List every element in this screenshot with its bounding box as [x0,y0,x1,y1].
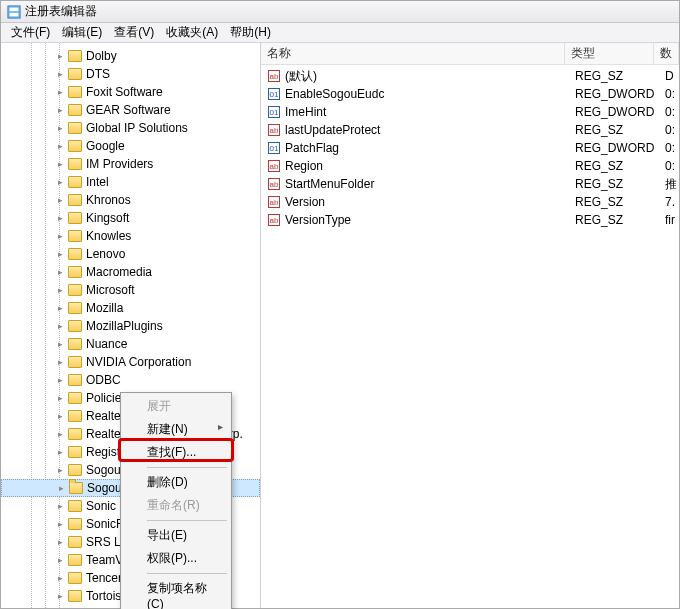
reg-dword-icon: 01 [267,105,281,119]
reg-dword-icon: 01 [267,87,281,101]
folder-icon [68,320,82,332]
col-data[interactable]: 数 [654,43,679,65]
menu-help[interactable]: 帮助(H) [224,22,277,43]
tree-item[interactable]: ▸Mozilla [1,299,260,317]
list-body: ab(默认)REG_SZD01EnableSogouEudcREG_DWORD0… [261,65,679,229]
expander-icon[interactable]: ▸ [55,303,66,314]
expander-icon[interactable]: ▸ [56,483,67,494]
tree-item[interactable]: ▸MozillaPlugins [1,317,260,335]
expander-icon[interactable]: ▸ [55,177,66,188]
value-row[interactable]: ab(默认)REG_SZD [261,67,679,85]
tree-item[interactable]: ▸Global IP Solutions [1,119,260,137]
expander-icon[interactable]: ▸ [55,141,66,152]
menu-edit[interactable]: 编辑(E) [56,22,108,43]
expander-icon[interactable]: ▸ [55,285,66,296]
ctx-delete[interactable]: 删除(D) [123,471,229,494]
tree-label: GEAR Software [86,103,171,117]
tree-label: Nuance [86,337,127,351]
expander-icon[interactable]: ▸ [55,519,66,530]
tree-item[interactable]: ▸NVIDIA Corporation [1,353,260,371]
expander-icon[interactable]: ▸ [55,51,66,62]
tree-item[interactable]: ▸GEAR Software [1,101,260,119]
value-row[interactable]: 01PatchFlagREG_DWORD0: [261,139,679,157]
folder-icon [68,212,82,224]
value-row[interactable]: ablastUpdateProtectREG_SZ0: [261,121,679,139]
value-type: REG_SZ [575,123,665,137]
menu-view[interactable]: 查看(V) [108,22,160,43]
expander-icon[interactable]: ▸ [55,159,66,170]
tree-item[interactable]: ▸Khronos [1,191,260,209]
col-type[interactable]: 类型 [565,43,654,65]
expander-icon[interactable]: ▸ [55,411,66,422]
tree-item[interactable]: ▸DTS [1,65,260,83]
value-row[interactable]: 01EnableSogouEudcREG_DWORD0: [261,85,679,103]
tree-item[interactable]: ▸Microsoft [1,281,260,299]
ctx-new[interactable]: 新建(N) [123,418,229,441]
expander-icon[interactable]: ▸ [55,501,66,512]
tree-item[interactable]: ▸Lenovo [1,245,260,263]
expander-icon[interactable]: ▸ [55,393,66,404]
ctx-permissions[interactable]: 权限(P)... [123,547,229,570]
ctx-expand[interactable]: 展开 [123,395,229,418]
ctx-sep [147,520,227,521]
expander-icon[interactable]: ▸ [55,249,66,260]
expander-icon[interactable]: ▸ [55,87,66,98]
tree-item[interactable]: ▸Macromedia [1,263,260,281]
value-row[interactable]: abStartMenuFolderREG_SZ推 [261,175,679,193]
folder-icon [68,86,82,98]
value-type: REG_DWORD [575,87,665,101]
titlebar: 注册表编辑器 [1,1,679,23]
expander-icon[interactable]: ▸ [55,321,66,332]
expander-icon[interactable]: ▸ [55,231,66,242]
expander-icon[interactable]: ▸ [55,267,66,278]
reg-sz-icon: ab [267,177,281,191]
value-name: Region [285,159,575,173]
tree-item[interactable]: ▸Intel [1,173,260,191]
tree-item[interactable]: ▸Google [1,137,260,155]
tree-item[interactable]: ▸Nuance [1,335,260,353]
value-row[interactable]: abVersionREG_SZ7. [261,193,679,211]
expander-icon[interactable]: ▸ [55,555,66,566]
ctx-copyname[interactable]: 复制项名称(C) [123,577,229,609]
menu-file[interactable]: 文件(F) [5,22,56,43]
reg-sz-icon: ab [267,213,281,227]
expander-icon[interactable]: ▸ [55,465,66,476]
ctx-rename[interactable]: 重命名(R) [123,494,229,517]
expander-icon[interactable]: ▸ [55,213,66,224]
tree-item[interactable]: ▸IM Providers [1,155,260,173]
expander-icon[interactable]: ▸ [55,375,66,386]
value-data: 0: [665,87,679,101]
window-title: 注册表编辑器 [25,3,97,20]
expander-icon[interactable]: ▸ [55,357,66,368]
value-data: 推 [665,176,679,193]
value-name: VersionType [285,213,575,227]
expander-icon[interactable]: ▸ [55,573,66,584]
expander-icon[interactable]: ▸ [55,339,66,350]
tree-item[interactable]: ▸Foxit Software [1,83,260,101]
col-name[interactable]: 名称 [261,43,565,65]
tree-item[interactable]: ▸Kingsoft [1,209,260,227]
reg-sz-icon: ab [267,123,281,137]
tree-label: Khronos [86,193,131,207]
menubar: 文件(F) 编辑(E) 查看(V) 收藏夹(A) 帮助(H) [1,23,679,43]
value-data: 0: [665,141,679,155]
tree-item[interactable]: ▸Knowles [1,227,260,245]
expander-icon[interactable]: ▸ [55,105,66,116]
ctx-export[interactable]: 导出(E) [123,524,229,547]
expander-icon[interactable]: ▸ [55,537,66,548]
value-row[interactable]: 01ImeHintREG_DWORD0: [261,103,679,121]
ctx-find[interactable]: 查找(F)... [123,441,229,464]
menu-fav[interactable]: 收藏夹(A) [160,22,224,43]
folder-icon [68,500,82,512]
expander-icon[interactable]: ▸ [55,123,66,134]
tree-item[interactable]: ▸Dolby [1,47,260,65]
expander-icon[interactable]: ▸ [55,69,66,80]
tree-item[interactable]: ▸ODBC [1,371,260,389]
expander-icon[interactable]: ▸ [55,591,66,602]
expander-icon[interactable]: ▸ [55,195,66,206]
expander-icon[interactable]: ▸ [55,447,66,458]
value-row[interactable]: abVersionTypeREG_SZfir [261,211,679,229]
folder-icon [68,356,82,368]
value-row[interactable]: abRegionREG_SZ0: [261,157,679,175]
expander-icon[interactable]: ▸ [55,429,66,440]
